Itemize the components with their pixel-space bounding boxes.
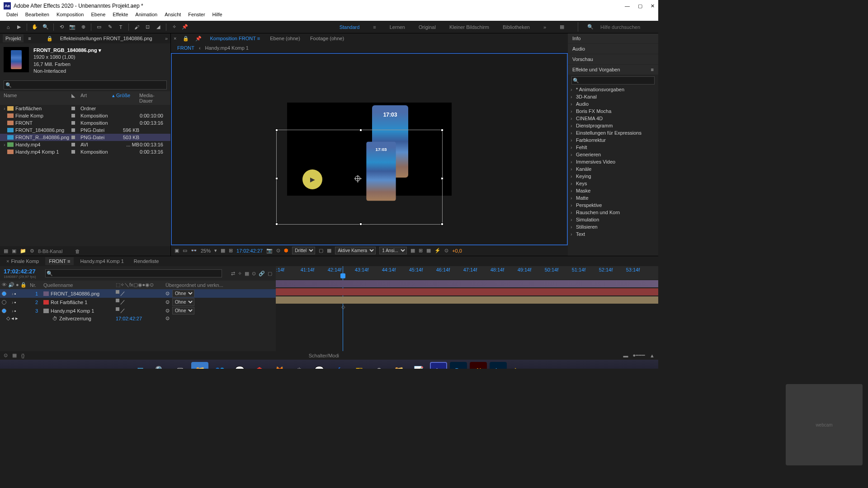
effect-category[interactable]: Einstellungen für Expressions <box>568 129 658 136</box>
workspace-settings-icon[interactable]: ▦ <box>555 22 569 32</box>
taskbar-teams[interactable]: 👥 <box>211 362 228 369</box>
effect-category[interactable]: Boris FX Mocha <box>568 108 658 115</box>
pen-tool[interactable]: ✎ <box>105 23 114 32</box>
tl-icon-2[interactable]: ✧ <box>238 271 242 277</box>
effect-category[interactable]: Matte <box>568 194 658 202</box>
tl-icon-1[interactable]: ⇄ <box>231 271 235 277</box>
workspace-overflow[interactable]: » <box>539 23 551 32</box>
taskbar-lightroom[interactable]: Lr <box>490 362 507 369</box>
clone-tool[interactable]: ⊡ <box>143 23 152 32</box>
maximize-button[interactable]: ▢ <box>638 3 642 9</box>
taskbar-files[interactable]: 📁 <box>390 362 407 369</box>
new-comp-icon[interactable]: ▣ <box>12 248 16 254</box>
footage-tab[interactable]: Footage (ohne) <box>308 35 346 42</box>
vp-icon-12[interactable]: ⊙ <box>444 248 448 253</box>
taskbar-app2[interactable]: ＊ <box>291 362 308 369</box>
effect-controls-tab[interactable]: Effekteinstellungen FRONT_1840886.png <box>57 34 155 42</box>
vp-icon-6[interactable]: ▢ <box>319 248 323 253</box>
views-dropdown[interactable]: 1 Ansi... <box>379 247 407 254</box>
vp-icon-9[interactable]: ⊞ <box>419 248 423 253</box>
selection-tool[interactable]: ▶ <box>14 23 24 32</box>
col-name[interactable]: Name <box>4 93 71 103</box>
col-label[interactable]: ◣ <box>71 93 80 103</box>
color-mgmt-icon[interactable]: ⬢ <box>284 248 288 253</box>
workspace-learn[interactable]: Lernen <box>385 23 410 32</box>
effect-category[interactable]: Farbkorrektur <box>568 136 658 144</box>
roto-tool[interactable]: ✧ <box>170 23 179 32</box>
hand-tool[interactable]: ✋ <box>30 23 39 32</box>
project-item[interactable]: FRONTKomposition0:00:13:16 <box>0 119 170 127</box>
menu-animation[interactable]: Animation <box>132 12 161 21</box>
tl-footer-icon-2[interactable]: ▦ <box>12 352 17 358</box>
flow-front[interactable]: FRONT <box>177 45 194 51</box>
menu-help[interactable]: Hilfe <box>209 12 226 21</box>
text-tool[interactable]: T <box>116 23 125 32</box>
effect-category[interactable]: Immersives Video <box>568 158 658 165</box>
vp-icon-11[interactable]: ⚡ <box>434 248 441 253</box>
effect-category[interactable]: Dienstprogramm <box>568 122 658 129</box>
tl-col-nr[interactable]: Nr. <box>30 282 43 288</box>
effect-category[interactable]: Audio <box>568 100 658 108</box>
timeline-tab[interactable]: FRONT ≡ <box>45 257 74 265</box>
taskbar-illustrator[interactable]: Ai <box>470 362 487 369</box>
tl-footer-icon-3[interactable]: {} <box>21 353 24 358</box>
timeline-tab[interactable]: × Finale Komp <box>3 257 42 265</box>
pan-behind-tool[interactable]: ⊕ <box>79 23 88 32</box>
timeline-search-input[interactable] <box>45 269 222 277</box>
track-layer-1[interactable] <box>276 280 658 287</box>
workspace-original[interactable]: Original <box>414 23 440 32</box>
camera-dropdown[interactable]: Aktive Kamera <box>335 247 376 254</box>
effect-category[interactable]: Keying <box>568 173 658 180</box>
col-size[interactable]: ▴ Größe <box>112 93 139 103</box>
tl-icon-6[interactable]: ▢ <box>268 271 272 277</box>
taskbar-app1[interactable]: ⬢ <box>251 362 268 369</box>
start-button[interactable]: ⊞ <box>132 362 149 369</box>
taskbar-messenger[interactable]: 💬 <box>311 362 328 369</box>
vp-icon-4[interactable]: ▦ <box>221 248 225 253</box>
track-layer-2[interactable] <box>276 288 658 296</box>
minimize-button[interactable]: — <box>625 3 630 9</box>
taskbar-search[interactable]: 🔍 <box>151 362 169 369</box>
vp-icon-7[interactable]: ▦ <box>327 248 331 253</box>
menu-window[interactable]: Fenster <box>184 12 208 21</box>
quality-dropdown[interactable]: Drittel <box>292 247 315 254</box>
timeline-timecode[interactable]: 17:02:42:27 <box>4 268 36 275</box>
workspace-standard[interactable]: Standard <box>335 23 364 32</box>
timeline-layer[interactable]: › ▪2Rot Farbfläche 1 ／⊙ Ohne <box>0 298 276 306</box>
switches-modes-toggle[interactable]: Schalter/Modi <box>309 353 339 358</box>
project-settings-icon[interactable]: ⚙ <box>30 248 34 254</box>
effect-category[interactable]: 3D-Kanal <box>568 93 658 100</box>
menu-layer[interactable]: Ebene <box>87 12 109 21</box>
project-item[interactable]: FRONT_R...840886.pngPNG-Datei503 KB <box>0 134 170 141</box>
zoom-in-icon[interactable]: ▲ <box>650 353 655 358</box>
project-item[interactable]: Handy.mp4 Komp 1Komposition0:00:13:16 <box>0 148 170 155</box>
effect-category[interactable]: Simulation <box>568 216 658 223</box>
viewport-timecode[interactable]: 17:02:42:27 <box>236 248 263 253</box>
zoom-level[interactable]: 25% <box>201 248 211 253</box>
effect-category[interactable]: Kanäle <box>568 165 658 173</box>
menu-view[interactable]: Ansicht <box>161 12 184 21</box>
effect-category[interactable]: Keys <box>568 180 658 187</box>
project-item[interactable]: ›FarbflächenOrdner <box>0 105 170 112</box>
timeline-layer[interactable]: › ▪3Handy.mp4 Komp 1 ／⊙ Ohne <box>0 306 276 315</box>
layer-tab[interactable]: Ebene (ohne) <box>268 35 302 42</box>
timeline-tab[interactable]: Renderliste <box>130 257 163 265</box>
zoom-tool[interactable]: 🔍 <box>41 23 50 32</box>
trash-icon[interactable]: 🗑 <box>75 249 80 254</box>
taskbar-photoshop[interactable]: Ps <box>450 362 467 369</box>
effect-category[interactable]: Maske <box>568 187 658 194</box>
tl-col-parent[interactable]: Übergeordnet und verkn... <box>165 282 274 288</box>
vp-icon-8[interactable]: ▦ <box>410 248 415 253</box>
project-search-input[interactable] <box>4 80 167 89</box>
brush-tool[interactable]: 🖌 <box>132 23 141 32</box>
effects-panel-header[interactable]: Effekte und Vorgaben≡ <box>568 65 658 75</box>
tl-col-source[interactable]: Quellenname <box>43 282 116 288</box>
tl-icon-5[interactable]: 🔗 <box>259 271 265 277</box>
effect-category[interactable]: Stilisieren <box>568 223 658 230</box>
menu-file[interactable]: Datei <box>3 12 22 21</box>
track-layer-3[interactable] <box>276 296 658 304</box>
taskbar-facebook[interactable]: f <box>330 362 348 369</box>
taskbar-whatsapp[interactable]: 💬 <box>231 362 248 369</box>
effect-category[interactable]: Generieren <box>568 151 658 158</box>
viewport[interactable]: 17:03 17:03 ▶ <box>171 53 568 245</box>
